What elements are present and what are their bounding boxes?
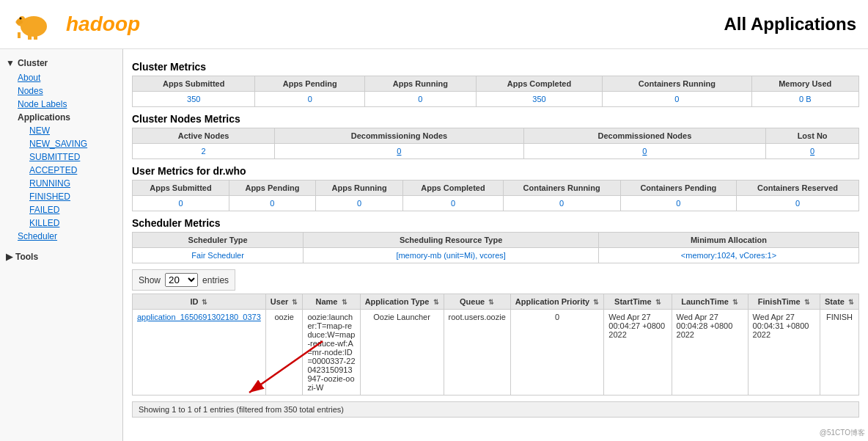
cm-header-3: Apps Completed [476, 76, 603, 92]
cnm-header-2: Decommissioned Nodes [523, 128, 766, 144]
um-header-3: Apps Completed [403, 181, 503, 196]
hadoop-logo-icon [12, 6, 70, 43]
um-header-5: Containers Pending [620, 181, 737, 196]
um-val-0: 0 [133, 196, 229, 211]
um-val-6: 0 [737, 196, 859, 211]
tools-label: Tools [15, 252, 38, 262]
cm-val-3: 350 [476, 92, 603, 107]
sidebar-item-about[interactable]: About [12, 71, 122, 84]
scheduler-metrics-table: Scheduler Type Scheduling Resource Type … [132, 232, 859, 263]
sort-icon-queue: ⇅ [488, 299, 494, 306]
sort-icon-user: ⇅ [292, 299, 298, 306]
cnm-val-1[interactable]: 0 [275, 144, 523, 159]
app-state-cell: FINISH [820, 310, 859, 396]
triangle-down-icon: ▼ [6, 58, 15, 68]
sidebar-item-running[interactable]: RUNNING [23, 177, 122, 190]
hadoop-text: hadoop [66, 12, 140, 36]
app-starttime-cell: Wed Apr 27 00:04:27 +0800 2022 [604, 310, 672, 396]
at-header-priority[interactable]: Application Priority ⇅ [510, 294, 604, 310]
sort-icon-launchtime: ⇅ [732, 299, 738, 306]
page-title: All Applications [724, 14, 856, 34]
sidebar-section: About Nodes Node Labels Applications NEW… [0, 71, 122, 243]
at-header-id[interactable]: ID ⇅ [133, 294, 266, 310]
svg-point-7 [20, 18, 22, 20]
at-header-starttime[interactable]: StartTime ⇅ [604, 294, 672, 310]
cluster-label: Cluster [18, 58, 48, 68]
sidebar-item-submitted[interactable]: SUBMITTED [23, 150, 122, 164]
user-metrics-title: User Metrics for dr.who [132, 165, 859, 177]
sm-val-0: Fair Scheduler [133, 248, 304, 263]
um-val-2: 0 [315, 196, 403, 211]
sidebar-sub-section: NEW NEW_SAVING SUBMITTED ACCEPTED RUNNIN… [12, 124, 122, 230]
applications-table-wrapper: ID ⇅ User ⇅ Name ⇅ Application Type [132, 294, 859, 396]
app-priority-cell: 0 [510, 310, 604, 396]
at-header-state[interactable]: State ⇅ [820, 294, 859, 310]
cnm-header-3: Lost No [766, 128, 859, 144]
app-id-cell: application_1650691302180_0373 [133, 310, 266, 396]
sm-header-1: Scheduling Resource Type [304, 233, 599, 248]
cnm-header-0: Active Nodes [133, 128, 275, 144]
app-type-cell: Oozie Launcher [360, 310, 444, 396]
sidebar-item-nodes[interactable]: Nodes [12, 84, 122, 98]
sidebar-item-node-labels[interactable]: Node Labels [12, 98, 122, 111]
sidebar-item-killed[interactable]: KILLED [23, 216, 122, 230]
at-header-name[interactable]: Name ⇅ [303, 294, 360, 310]
cm-val-5: 0 B [751, 92, 859, 107]
sidebar-item-accepted[interactable]: ACCEPTED [23, 164, 122, 177]
sidebar-item-new[interactable]: NEW [23, 124, 122, 137]
svg-point-6 [15, 20, 23, 24]
content-area: Cluster Metrics Apps Submitted Apps Pend… [123, 49, 868, 441]
sort-icon-name: ⇅ [342, 299, 347, 306]
at-header-finishtime[interactable]: FinishTime ⇅ [748, 294, 820, 310]
cm-header-0: Apps Submitted [133, 76, 255, 92]
header: hadoop All Applications [0, 0, 868, 49]
cm-val-0: 350 [133, 92, 255, 107]
cnm-val-3[interactable]: 0 [766, 144, 859, 159]
sidebar-tools[interactable]: ▶ Tools [0, 249, 122, 265]
sort-icon-id: ⇅ [202, 299, 207, 306]
footer-text: Showing 1 to 1 of 1 entries (filtered fr… [139, 405, 344, 414]
cnm-val-0: 2 [133, 144, 275, 159]
sidebar-item-new-saving[interactable]: NEW_SAVING [23, 137, 122, 150]
user-metrics-table: Apps Submitted Apps Pending Apps Running… [132, 180, 859, 211]
sm-header-0: Scheduler Type [133, 233, 304, 248]
sidebar-item-finished[interactable]: FINISHED [23, 190, 122, 203]
um-header-1: Apps Pending [229, 181, 315, 196]
um-header-2: Apps Running [315, 181, 403, 196]
cluster-nodes-table: Active Nodes Decommissioning Nodes Decom… [132, 128, 859, 159]
footer-status: Showing 1 to 1 of 1 entries (filtered fr… [132, 401, 859, 418]
table-row: application_1650691302180_0373 oozie ooz… [133, 310, 859, 396]
um-header-4: Containers Running [503, 181, 620, 196]
at-header-user[interactable]: User ⇅ [265, 294, 303, 310]
entries-label: entries [202, 275, 229, 285]
cm-header-5: Memory Used [751, 76, 859, 92]
sidebar-cluster[interactable]: ▼ Cluster [0, 55, 122, 71]
application-id-link[interactable]: application_1650691302180_0373 [137, 313, 261, 321]
sort-icon-type: ⇅ [433, 299, 439, 306]
um-val-1: 0 [229, 196, 315, 211]
at-header-queue[interactable]: Queue ⇅ [444, 294, 510, 310]
sm-val-2: <memory:1024, vCores:1> [598, 248, 858, 263]
at-header-type[interactable]: Application Type ⇅ [360, 294, 444, 310]
sidebar-item-failed[interactable]: FAILED [23, 203, 122, 216]
logo-area: hadoop [12, 6, 140, 43]
cm-val-1: 0 [255, 92, 365, 107]
entries-select[interactable]: 10 20 25 50 100 [165, 273, 198, 287]
sm-header-2: Minimum Allocation [598, 233, 858, 248]
app-user-cell: oozie [265, 310, 303, 396]
sm-val-1: [memory-mb (unit=Mi), vcores] [304, 248, 599, 263]
sort-icon-state: ⇅ [848, 299, 854, 306]
sidebar-item-scheduler[interactable]: Scheduler [12, 230, 122, 243]
show-entries-row: Show 10 20 25 50 100 entries [132, 269, 235, 291]
at-header-launchtime[interactable]: LaunchTime ⇅ [672, 294, 748, 310]
cm-val-2: 0 [365, 92, 477, 107]
sidebar-item-applications[interactable]: Applications [12, 111, 122, 124]
cnm-val-2[interactable]: 0 [523, 144, 766, 159]
scheduler-metrics-title: Scheduler Metrics [132, 217, 859, 229]
svg-rect-5 [18, 32, 21, 38]
applications-table: ID ⇅ User ⇅ Name ⇅ Application Type [132, 294, 859, 396]
cm-header-4: Containers Running [603, 76, 751, 92]
app-launchtime-cell: Wed Apr 27 00:04:28 +0800 2022 [672, 310, 748, 396]
app-finishtime-cell: Wed Apr 27 00:04:31 +0800 2022 [748, 310, 820, 396]
triangle-right-icon: ▶ [6, 252, 12, 262]
